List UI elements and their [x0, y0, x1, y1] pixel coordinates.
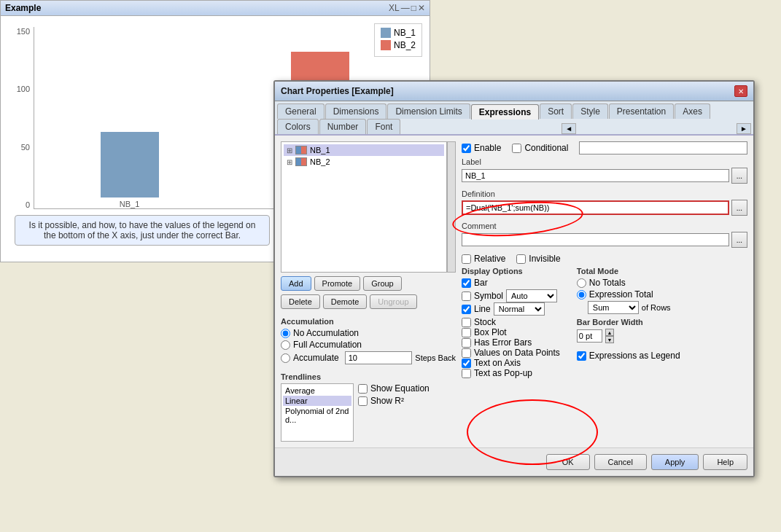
relative-option[interactable]: Relative	[462, 254, 505, 264]
expr-list-container: ⊞ NB_1 ⊞ NB_2	[281, 141, 456, 273]
no-accumulation-radio[interactable]	[281, 329, 290, 338]
enable-option[interactable]: Enable	[462, 143, 501, 153]
tab-colors[interactable]: Colors	[277, 119, 319, 134]
comment-bubble: Is it possible, and how, to have the val…	[15, 215, 270, 246]
comment-input[interactable]	[462, 233, 729, 246]
tab-sort[interactable]: Sort	[540, 103, 572, 119]
expr-item-nb2[interactable]: ⊞ NB_2	[284, 156, 444, 168]
delete-button[interactable]: Delete	[281, 294, 320, 309]
expression-total-radio[interactable]	[577, 290, 586, 300]
cancel-button[interactable]: Cancel	[594, 454, 647, 470]
bar-border-down[interactable]: ▼	[605, 336, 614, 343]
enable-conditional-row: Enable Conditional	[462, 141, 747, 154]
display-text-on-axis[interactable]: Text on Axis	[462, 358, 560, 368]
minimize-icon[interactable]: —	[401, 3, 410, 13]
relative-checkbox[interactable]	[462, 254, 471, 264]
expressions-as-legend-checkbox[interactable]	[577, 351, 586, 361]
tab-dimensions[interactable]: Dimensions	[325, 103, 387, 119]
tab-presentation[interactable]: Presentation	[609, 103, 674, 119]
tab-font[interactable]: Font	[367, 119, 400, 134]
expr-list-scrollbar[interactable]	[447, 141, 456, 273]
display-error-bars[interactable]: Has Error Bars	[462, 337, 560, 348]
display-line[interactable]: Line	[462, 304, 491, 314]
expression-total-option[interactable]: Expression Total	[577, 289, 747, 300]
label-input[interactable]	[462, 169, 729, 182]
bar-checkbox[interactable]	[462, 278, 471, 288]
dialog-close-button[interactable]: ✕	[734, 85, 747, 97]
expressions-as-legend-option[interactable]: Expressions as Legend	[577, 351, 747, 361]
ungroup-button[interactable]: Ungroup	[370, 294, 416, 309]
show-equation-checkbox[interactable]	[358, 384, 368, 394]
invisible-option[interactable]: Invisible	[516, 254, 560, 264]
conditional-input[interactable]	[579, 141, 747, 154]
display-symbol[interactable]: Symbol	[462, 291, 503, 301]
text-on-axis-checkbox[interactable]	[462, 359, 471, 368]
restore-icon[interactable]: □	[411, 3, 416, 13]
tab-dimension-limits[interactable]: Dimension Limits	[387, 103, 470, 119]
trend-polynomial[interactable]: Polynomial of 2nd d...	[283, 406, 351, 425]
demote-button[interactable]: Demote	[323, 294, 368, 309]
comment-dots-button[interactable]: ...	[731, 232, 747, 248]
text-as-popup-checkbox[interactable]	[462, 369, 471, 378]
dialog-footer: OK Cancel Apply Help	[275, 447, 753, 476]
accumulate-radio[interactable]	[281, 353, 290, 363]
line-checkbox[interactable]	[462, 305, 471, 314]
apply-button[interactable]: Apply	[651, 454, 699, 470]
definition-input[interactable]	[462, 200, 729, 215]
help-button[interactable]: Help	[703, 454, 747, 470]
symbol-checkbox[interactable]	[462, 292, 471, 301]
conditional-checkbox[interactable]	[512, 144, 521, 153]
invisible-checkbox[interactable]	[516, 254, 526, 264]
accumulate-option[interactable]: Accumulate	[281, 353, 339, 363]
expr-item-nb1[interactable]: ⊞ NB_1	[284, 144, 444, 156]
conditional-option[interactable]: Conditional	[512, 143, 568, 153]
bar-border-input[interactable]	[577, 329, 602, 343]
display-text-as-popup[interactable]: Text as Pop-up	[462, 368, 560, 378]
display-bar[interactable]: Bar	[462, 278, 560, 288]
accumulate-label: Accumulate	[293, 353, 339, 363]
full-accumulation-option[interactable]: Full Accumulation	[281, 340, 456, 350]
display-values-on-datapoints[interactable]: Values on Data Points	[462, 348, 560, 358]
tab-number[interactable]: Number	[319, 119, 367, 134]
chart-properties-dialog: Chart Properties [Example] ✕ General Dim…	[273, 80, 755, 477]
line-select[interactable]: Normal	[494, 302, 545, 316]
display-boxplot[interactable]: Box Plot	[462, 327, 560, 337]
trend-average[interactable]: Average	[283, 386, 351, 396]
chart-title: Example	[5, 3, 41, 13]
tab-nav-right[interactable]: ►	[737, 123, 751, 134]
definition-dots-button[interactable]: ...	[731, 200, 747, 216]
tab-style[interactable]: Style	[572, 103, 608, 119]
display-stock[interactable]: Stock	[462, 317, 560, 327]
tab-nav-left[interactable]: ◄	[562, 123, 576, 134]
tab-axes[interactable]: Axes	[675, 103, 710, 119]
no-totals-radio[interactable]	[577, 278, 586, 288]
stock-checkbox[interactable]	[462, 318, 471, 327]
enable-checkbox[interactable]	[462, 144, 471, 153]
tab-expressions[interactable]: Expressions	[471, 104, 539, 120]
close-icon[interactable]: ✕	[418, 3, 425, 13]
bar-border-up[interactable]: ▲	[605, 329, 614, 336]
boxplot-checkbox[interactable]	[462, 328, 471, 337]
no-totals-option[interactable]: No Totals	[577, 278, 747, 288]
add-button[interactable]: Add	[281, 276, 311, 291]
definition-title: Definition	[462, 189, 747, 198]
full-accumulation-radio[interactable]	[281, 340, 290, 350]
symbol-select[interactable]: Auto	[506, 289, 557, 302]
error-bars-checkbox[interactable]	[462, 338, 471, 348]
group-button[interactable]: Group	[363, 276, 402, 291]
steps-back-input[interactable]	[345, 351, 413, 364]
show-r2-checkbox[interactable]	[358, 396, 368, 406]
trend-linear[interactable]: Linear	[283, 396, 351, 406]
show-r2-option[interactable]: Show R²	[358, 396, 430, 406]
values-on-datapoints-checkbox[interactable]	[462, 348, 471, 358]
y-label-50: 50	[8, 143, 30, 152]
label-dots-button[interactable]: ...	[731, 168, 747, 184]
show-equation-option[interactable]: Show Equation	[358, 383, 430, 394]
tab-general[interactable]: General	[277, 103, 325, 119]
promote-button[interactable]: Promote	[314, 276, 361, 291]
no-accumulation-option[interactable]: No Accumulation	[281, 328, 456, 338]
ok-button[interactable]: OK	[546, 454, 590, 470]
trendlines-list[interactable]: Average Linear Polynomial of 2nd d...	[281, 383, 354, 442]
sum-select[interactable]: Sum	[588, 301, 639, 314]
comment-text: Is it possible, and how, to have the val…	[29, 220, 256, 240]
